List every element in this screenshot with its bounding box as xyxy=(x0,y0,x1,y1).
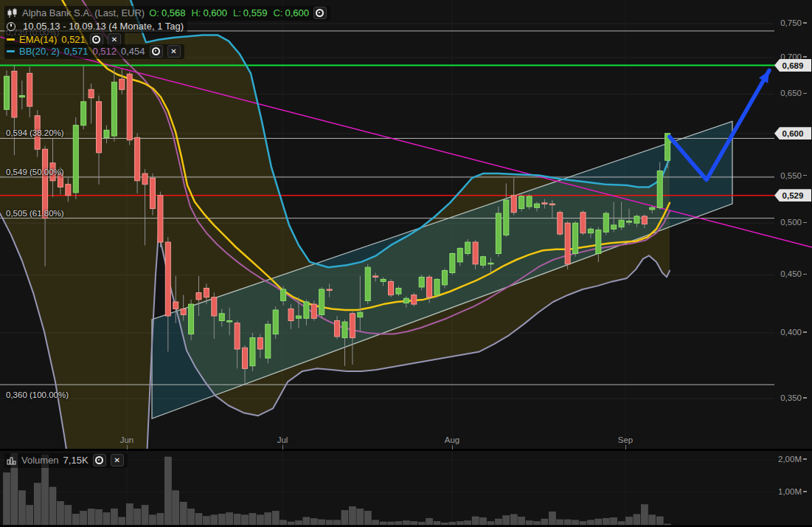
volume-bar xyxy=(411,522,417,525)
volume-bar xyxy=(211,515,218,525)
candle xyxy=(342,322,347,338)
volume-bar xyxy=(472,517,479,525)
volume-bar xyxy=(126,503,133,525)
candle xyxy=(104,130,109,137)
volume-bar xyxy=(180,502,187,525)
volume-bar xyxy=(173,491,179,525)
volume-bar xyxy=(142,506,148,525)
x-axis-month: Jun xyxy=(114,435,139,444)
candle xyxy=(181,309,186,314)
volume-bar xyxy=(164,457,171,525)
candle xyxy=(173,302,178,309)
candle xyxy=(204,288,209,297)
bb-close-button[interactable] xyxy=(167,45,181,58)
volume-bar xyxy=(656,517,663,525)
candle xyxy=(89,89,94,97)
volume-bar xyxy=(349,506,355,525)
candle xyxy=(288,309,294,320)
volume-title: Volumen xyxy=(21,455,59,466)
price-tag-level: 0,689 xyxy=(774,59,811,72)
candle xyxy=(603,213,608,232)
candle xyxy=(365,267,370,300)
candle xyxy=(350,314,355,338)
instrument-visibility-button[interactable] xyxy=(313,7,327,19)
volume-bar xyxy=(119,517,125,525)
fib-label: 0,505 (61.80%) xyxy=(6,209,64,218)
candle xyxy=(496,213,501,253)
ema-line-swatch xyxy=(7,38,15,41)
volume-bar xyxy=(288,522,294,525)
volume-bar xyxy=(518,517,525,525)
y-axis-label: 0,550 xyxy=(776,171,807,180)
volume-bar xyxy=(218,514,225,525)
candle xyxy=(196,293,201,300)
candle xyxy=(403,298,409,303)
open-value: 0,568 xyxy=(162,7,186,18)
volume-bar xyxy=(272,512,279,525)
x-axis-month: Aug xyxy=(440,435,465,444)
bb-legend: BB(20, 2) 0,571 0,512 0,454 xyxy=(4,44,184,59)
volume-bar xyxy=(587,520,594,525)
volume-bar xyxy=(664,524,671,525)
bar-chart-icon xyxy=(7,456,17,465)
volume-bar xyxy=(449,522,456,525)
y-axis-label: 0,400 xyxy=(776,328,807,337)
pane-separator xyxy=(0,449,812,451)
candle xyxy=(389,281,394,294)
bb-visibility-button[interactable] xyxy=(150,45,163,58)
candle xyxy=(165,242,170,316)
volume-bar xyxy=(634,514,640,525)
price-tag-alert: 0,529 xyxy=(774,189,811,202)
volume-close-button[interactable] xyxy=(111,454,124,466)
volume-bar xyxy=(626,517,633,525)
volume-bar xyxy=(27,506,33,525)
volume-bar xyxy=(234,514,240,525)
clock-icon xyxy=(7,22,15,31)
volume-visibility-button[interactable] xyxy=(93,454,106,466)
y-axis-label: 0,450 xyxy=(776,269,807,278)
volume-bar xyxy=(649,515,656,525)
volume-bar xyxy=(280,520,287,525)
ema-value: 0,521 xyxy=(61,34,86,45)
volume-bar xyxy=(618,522,625,525)
candle xyxy=(142,173,148,185)
candle xyxy=(212,297,217,316)
volume-bar xyxy=(418,522,425,525)
ema-name: EMA(14) xyxy=(19,34,57,45)
volume-bar xyxy=(257,515,263,525)
instrument-title: Alpha Bank S.A. (Last, EUR) xyxy=(22,7,145,18)
candle xyxy=(481,257,486,266)
volume-bar xyxy=(503,516,510,525)
candle xyxy=(642,216,647,224)
candle xyxy=(227,320,232,322)
candle xyxy=(427,277,432,297)
volume-bar xyxy=(364,512,371,525)
volume-bar xyxy=(457,522,463,525)
candle xyxy=(250,338,255,366)
candle xyxy=(281,289,286,300)
volume-bar xyxy=(541,519,548,525)
volume-bar xyxy=(357,509,364,525)
x-axis-month: Sep xyxy=(613,435,638,444)
volume-bar xyxy=(603,518,609,525)
candle xyxy=(634,216,639,223)
candle xyxy=(504,200,509,235)
volume-bar xyxy=(134,509,141,525)
candle xyxy=(158,196,163,242)
volume-bar xyxy=(295,521,302,525)
candle xyxy=(650,207,655,210)
fib-label: 0,360 (100.00%) xyxy=(6,390,69,399)
candle xyxy=(450,253,455,272)
candlestick-icon xyxy=(7,8,18,18)
volume-bar xyxy=(203,517,209,525)
candle xyxy=(327,289,332,291)
candle xyxy=(465,242,471,253)
volume-bar xyxy=(319,520,325,525)
volume-bar xyxy=(96,509,103,525)
candle xyxy=(27,73,32,106)
volume-bar xyxy=(595,519,602,525)
volume-bar xyxy=(495,519,502,525)
chart-canvas[interactable] xyxy=(0,0,812,527)
date-range-header: 10.05.13 - 10.09.13 (4 Monate, 1 Tag) xyxy=(4,20,187,33)
candle xyxy=(588,229,593,232)
